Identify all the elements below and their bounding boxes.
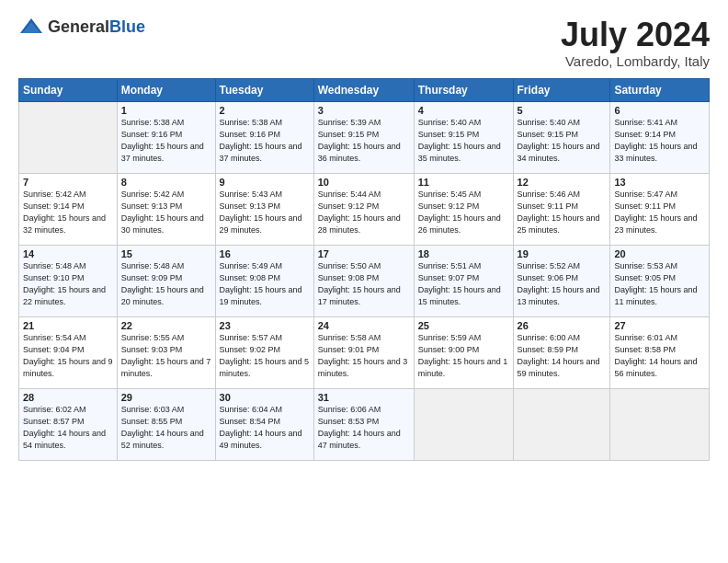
day-info: Sunrise: 5:54 AMSunset: 9:04 PMDaylight:…: [23, 333, 113, 378]
calendar-cell: 25Sunrise: 5:59 AMSunset: 9:00 PMDayligh…: [414, 316, 513, 388]
calendar-cell: 16Sunrise: 5:49 AMSunset: 9:08 PMDayligh…: [215, 245, 313, 316]
day-info: Sunrise: 5:48 AMSunset: 9:09 PMDaylight:…: [121, 261, 204, 306]
day-info: Sunrise: 6:04 AMSunset: 8:54 PMDaylight:…: [220, 405, 302, 450]
day-number: 16: [220, 248, 310, 259]
day-info: Sunrise: 5:42 AMSunset: 9:14 PMDaylight:…: [23, 190, 106, 235]
day-number: 22: [121, 320, 211, 331]
day-number: 7: [23, 177, 113, 188]
day-info: Sunrise: 5:38 AMSunset: 9:16 PMDaylight:…: [121, 118, 204, 163]
calendar-cell: 21Sunrise: 5:54 AMSunset: 9:04 PMDayligh…: [19, 316, 118, 388]
day-number: 18: [418, 248, 509, 259]
day-info: Sunrise: 5:58 AMSunset: 9:01 PMDaylight:…: [318, 333, 408, 378]
day-number: 25: [418, 320, 509, 331]
day-info: Sunrise: 5:43 AMSunset: 9:13 PMDaylight:…: [220, 190, 302, 235]
day-info: Sunrise: 6:01 AMSunset: 8:58 PMDaylight:…: [614, 333, 697, 378]
day-info: Sunrise: 6:03 AMSunset: 8:55 PMDaylight:…: [121, 405, 204, 450]
calendar-cell: 31Sunrise: 6:06 AMSunset: 8:53 PMDayligh…: [313, 388, 414, 460]
logo-icon: [18, 17, 44, 37]
calendar-cell: [19, 101, 118, 173]
day-number: 28: [23, 392, 113, 403]
day-info: Sunrise: 5:50 AMSunset: 9:08 PMDaylight:…: [318, 261, 401, 306]
calendar-cell: 12Sunrise: 5:46 AMSunset: 9:11 PMDayligh…: [513, 173, 610, 245]
logo-blue: Blue: [109, 17, 145, 36]
calendar-cell: 24Sunrise: 5:58 AMSunset: 9:01 PMDayligh…: [313, 316, 414, 388]
day-number: 5: [518, 105, 607, 116]
day-info: Sunrise: 6:02 AMSunset: 8:57 PMDaylight:…: [23, 405, 106, 450]
calendar-week-3: 14Sunrise: 5:48 AMSunset: 9:10 PMDayligh…: [19, 245, 710, 316]
col-saturday: Saturday: [610, 78, 710, 101]
calendar-cell: 2Sunrise: 5:38 AMSunset: 9:16 PMDaylight…: [215, 101, 313, 173]
day-number: 24: [318, 320, 410, 331]
day-number: 2: [220, 105, 310, 116]
location: Varedo, Lombardy, Italy: [561, 53, 710, 69]
day-number: 4: [418, 105, 509, 116]
day-number: 17: [318, 248, 410, 259]
day-number: 30: [220, 392, 310, 403]
col-thursday: Thursday: [414, 78, 513, 101]
day-number: 26: [518, 320, 607, 331]
calendar-cell: [610, 388, 710, 460]
calendar-cell: 9Sunrise: 5:43 AMSunset: 9:13 PMDaylight…: [215, 173, 313, 245]
day-number: 13: [614, 177, 705, 188]
calendar-cell: 7Sunrise: 5:42 AMSunset: 9:14 PMDaylight…: [19, 173, 118, 245]
day-number: 23: [220, 320, 310, 331]
day-info: Sunrise: 5:41 AMSunset: 9:14 PMDaylight:…: [614, 118, 697, 163]
month-year: July 2024: [561, 17, 710, 53]
day-info: Sunrise: 5:44 AMSunset: 9:12 PMDaylight:…: [318, 190, 401, 235]
calendar-cell: 1Sunrise: 5:38 AMSunset: 9:16 PMDaylight…: [117, 101, 215, 173]
day-number: 8: [121, 177, 211, 188]
day-info: Sunrise: 5:46 AMSunset: 9:11 PMDaylight:…: [518, 190, 600, 235]
day-info: Sunrise: 5:40 AMSunset: 9:15 PMDaylight:…: [418, 118, 501, 163]
calendar-cell: 19Sunrise: 5:52 AMSunset: 9:06 PMDayligh…: [513, 245, 610, 316]
calendar-cell: 23Sunrise: 5:57 AMSunset: 9:02 PMDayligh…: [215, 316, 313, 388]
day-number: 11: [418, 177, 509, 188]
day-info: Sunrise: 5:57 AMSunset: 9:02 PMDaylight:…: [220, 333, 310, 378]
calendar-cell: 8Sunrise: 5:42 AMSunset: 9:13 PMDaylight…: [117, 173, 215, 245]
calendar-cell: 26Sunrise: 6:00 AMSunset: 8:59 PMDayligh…: [513, 316, 610, 388]
calendar-week-4: 21Sunrise: 5:54 AMSunset: 9:04 PMDayligh…: [19, 316, 710, 388]
day-number: 1: [121, 105, 211, 116]
col-wednesday: Wednesday: [313, 78, 414, 101]
day-info: Sunrise: 5:39 AMSunset: 9:15 PMDaylight:…: [318, 118, 401, 163]
day-number: 29: [121, 392, 211, 403]
calendar-cell: 17Sunrise: 5:50 AMSunset: 9:08 PMDayligh…: [313, 245, 414, 316]
calendar-table: Sunday Monday Tuesday Wednesday Thursday…: [18, 78, 710, 461]
calendar-cell: 5Sunrise: 5:40 AMSunset: 9:15 PMDaylight…: [513, 101, 610, 173]
calendar-cell: [513, 388, 610, 460]
logo-text: GeneralBlue: [48, 17, 145, 37]
day-number: 31: [318, 392, 410, 403]
col-sunday: Sunday: [19, 78, 118, 101]
calendar-cell: 13Sunrise: 5:47 AMSunset: 9:11 PMDayligh…: [610, 173, 710, 245]
day-info: Sunrise: 5:48 AMSunset: 9:10 PMDaylight:…: [23, 261, 106, 306]
calendar-cell: 18Sunrise: 5:51 AMSunset: 9:07 PMDayligh…: [414, 245, 513, 316]
calendar-cell: 20Sunrise: 5:53 AMSunset: 9:05 PMDayligh…: [610, 245, 710, 316]
day-number: 20: [614, 248, 705, 259]
day-info: Sunrise: 6:00 AMSunset: 8:59 PMDaylight:…: [518, 333, 600, 378]
calendar-cell: 10Sunrise: 5:44 AMSunset: 9:12 PMDayligh…: [313, 173, 414, 245]
day-info: Sunrise: 5:45 AMSunset: 9:12 PMDaylight:…: [418, 190, 501, 235]
calendar-cell: 27Sunrise: 6:01 AMSunset: 8:58 PMDayligh…: [610, 316, 710, 388]
day-number: 10: [318, 177, 410, 188]
calendar-cell: 14Sunrise: 5:48 AMSunset: 9:10 PMDayligh…: [19, 245, 118, 316]
calendar-cell: 11Sunrise: 5:45 AMSunset: 9:12 PMDayligh…: [414, 173, 513, 245]
day-info: Sunrise: 5:38 AMSunset: 9:16 PMDaylight:…: [220, 118, 302, 163]
calendar-cell: 22Sunrise: 5:55 AMSunset: 9:03 PMDayligh…: [117, 316, 215, 388]
day-info: Sunrise: 5:47 AMSunset: 9:11 PMDaylight:…: [614, 190, 697, 235]
calendar-cell: 6Sunrise: 5:41 AMSunset: 9:14 PMDaylight…: [610, 101, 710, 173]
calendar-cell: 29Sunrise: 6:03 AMSunset: 8:55 PMDayligh…: [117, 388, 215, 460]
col-tuesday: Tuesday: [215, 78, 313, 101]
day-info: Sunrise: 5:42 AMSunset: 9:13 PMDaylight:…: [121, 190, 204, 235]
day-info: Sunrise: 5:55 AMSunset: 9:03 PMDaylight:…: [121, 333, 211, 378]
logo: GeneralBlue: [18, 17, 145, 37]
day-info: Sunrise: 5:40 AMSunset: 9:15 PMDaylight:…: [518, 118, 600, 163]
day-info: Sunrise: 5:52 AMSunset: 9:06 PMDaylight:…: [518, 261, 600, 306]
day-number: 3: [318, 105, 410, 116]
page: GeneralBlue July 2024 Varedo, Lombardy, …: [0, 0, 728, 470]
calendar-week-1: 1Sunrise: 5:38 AMSunset: 9:16 PMDaylight…: [19, 101, 710, 173]
col-friday: Friday: [513, 78, 610, 101]
calendar-cell: 4Sunrise: 5:40 AMSunset: 9:15 PMDaylight…: [414, 101, 513, 173]
calendar-cell: 28Sunrise: 6:02 AMSunset: 8:57 PMDayligh…: [19, 388, 118, 460]
calendar-week-2: 7Sunrise: 5:42 AMSunset: 9:14 PMDaylight…: [19, 173, 710, 245]
day-number: 14: [23, 248, 113, 259]
title-block: July 2024 Varedo, Lombardy, Italy: [561, 17, 710, 69]
